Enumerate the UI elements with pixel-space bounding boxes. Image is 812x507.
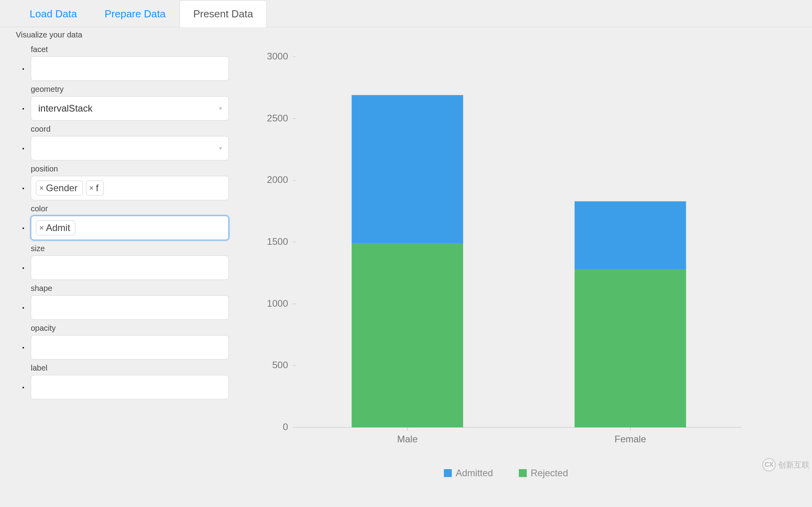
field-facet-input[interactable] [31, 56, 229, 81]
field-label-geometry: geometry [31, 85, 229, 94]
field-label-input[interactable] [31, 375, 229, 399]
y-tick-label: 1500 [267, 236, 288, 247]
y-tick-label: 0 [283, 421, 288, 432]
y-tick-label: 2000 [267, 174, 288, 185]
bullet-icon [16, 225, 31, 240]
legend-swatch [444, 469, 452, 477]
tag-label: Admit [46, 222, 70, 233]
field-color-input[interactable]: ×Admit [31, 216, 229, 240]
close-icon[interactable]: × [39, 224, 44, 231]
y-tick-label: 1000 [267, 298, 288, 309]
field-coord-input[interactable]: ▾ [31, 136, 229, 160]
bar-segment [352, 243, 463, 427]
aesthetics-panel: facetgeometryintervalStack▾coord▾positio… [16, 41, 229, 502]
bullet-icon [16, 66, 31, 81]
bullet-icon [16, 345, 31, 360]
chart-area: 050010001500200025003000MaleFemaleAdmitt… [245, 41, 796, 502]
field-label-label: label [31, 363, 229, 373]
tab-load-data[interactable]: Load Data [16, 0, 91, 27]
bar-segment [574, 201, 686, 269]
tab-prepare-data[interactable]: Prepare Data [91, 0, 180, 27]
field-position-input[interactable]: ×Gender×f [31, 176, 229, 200]
tag-position-gender[interactable]: ×Gender [36, 181, 83, 196]
tag-label: Gender [46, 183, 78, 194]
tab-present-data[interactable]: Present Data [180, 0, 267, 27]
bullet-icon [16, 145, 31, 160]
field-label-coord: coord [31, 125, 229, 134]
x-tick-label: Male [397, 434, 417, 444]
legend-label[interactable]: Admitted [456, 468, 493, 478]
field-shape-input[interactable] [31, 295, 229, 320]
field-label-facet: facet [31, 45, 229, 54]
tag-color-admit[interactable]: ×Admit [36, 220, 75, 235]
bullet-icon [16, 106, 31, 121]
bar-segment [352, 95, 463, 243]
tabs-bar: Load DataPrepare DataPresent Data [0, 0, 812, 27]
stacked-bar-chart: 050010001500200025003000MaleFemaleAdmitt… [245, 49, 758, 502]
field-geometry-input[interactable]: intervalStack▾ [31, 96, 229, 121]
subtitle: Visualize your data [0, 27, 812, 39]
bullet-icon [16, 185, 31, 200]
y-tick-label: 500 [272, 360, 288, 370]
legend-label[interactable]: Rejected [531, 468, 568, 478]
x-tick-label: Female [614, 434, 646, 444]
field-label-color: color [31, 204, 229, 213]
chevron-down-icon: ▾ [219, 145, 222, 152]
field-opacity-input[interactable] [31, 335, 229, 360]
field-label-position: position [31, 164, 229, 173]
field-geometry-value: intervalStack [36, 103, 92, 114]
field-label-shape: shape [31, 284, 229, 293]
bullet-icon [16, 265, 31, 280]
close-icon[interactable]: × [90, 185, 94, 192]
bar-segment [574, 269, 686, 427]
tag-position-f[interactable]: ×f [86, 181, 104, 196]
legend-swatch [519, 469, 527, 477]
tag-label: f [96, 183, 99, 194]
close-icon[interactable]: × [39, 185, 44, 192]
field-size-input[interactable] [31, 255, 229, 280]
field-label-size: size [31, 244, 229, 253]
y-tick-label: 3000 [267, 51, 288, 62]
bullet-icon [16, 305, 31, 320]
field-label-opacity: opacity [31, 324, 229, 333]
bullet-icon [16, 384, 31, 399]
y-tick-label: 2500 [267, 113, 288, 123]
chevron-down-icon: ▾ [219, 105, 222, 112]
